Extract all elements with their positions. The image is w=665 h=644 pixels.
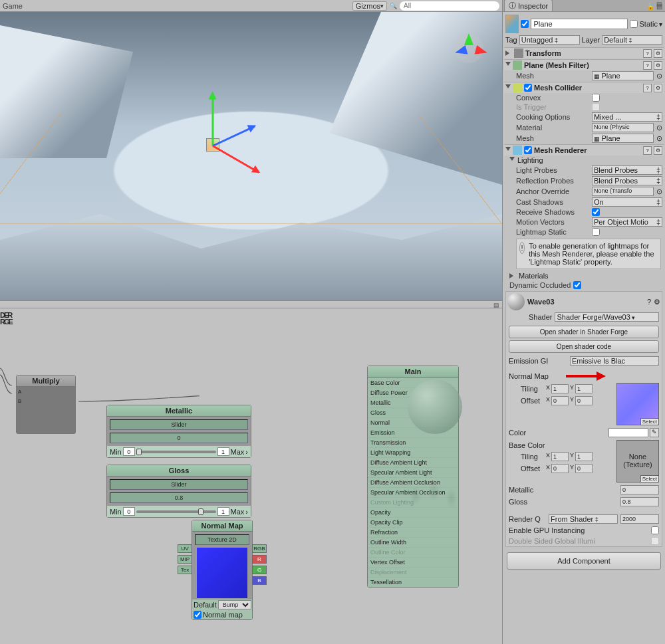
port-a[interactable]: A	[18, 389, 21, 395]
open-shader-code-button[interactable]: Open shader code	[509, 340, 659, 353]
emission-dropdown[interactable]: Emissive Is Blac	[570, 356, 659, 366]
panel-divider[interactable]: ▤	[0, 300, 502, 308]
eyedropper-icon[interactable]: ✎	[650, 428, 659, 437]
metallic-input[interactable]	[620, 485, 659, 494]
slider-track[interactable]	[136, 510, 216, 513]
phys-material-field[interactable]: None (Physic	[592, 123, 654, 132]
select-button[interactable]: Select	[640, 418, 659, 425]
material-header[interactable]: Wave03 ? ⚙	[506, 292, 662, 312]
docs-icon[interactable]: ?	[647, 298, 651, 306]
main-input-gloss[interactable]: Gloss	[368, 407, 458, 417]
gameobject-icon[interactable]	[505, 15, 519, 33]
docs-icon[interactable]: ?	[643, 146, 652, 155]
axis-y-icon[interactable]	[464, 29, 473, 45]
min-input[interactable]	[123, 447, 135, 456]
open-shader-forge-button[interactable]: Open shader in Shader Forge	[509, 326, 659, 338]
port-b[interactable]: B	[18, 398, 21, 404]
settings-icon[interactable]: ⚙	[654, 298, 660, 306]
mesh-renderer-header[interactable]: Mesh Renderer ? ⚙	[504, 145, 664, 156]
port-uv[interactable]: UV	[178, 544, 192, 553]
transform-header[interactable]: Transform ? ⚙	[504, 48, 664, 58]
nm-tiling-x[interactable]	[551, 384, 569, 393]
convex-checkbox[interactable]	[592, 94, 600, 102]
port-rgb[interactable]: RGB	[252, 544, 267, 553]
basecolor-texture[interactable]: None (Texture) Select	[616, 440, 659, 483]
main-input-base-color[interactable]: Base Color	[368, 377, 458, 387]
castshadows-dropdown[interactable]: On‡	[592, 197, 662, 207]
port-mip[interactable]: MIP	[178, 555, 192, 564]
main-input-refraction[interactable]: Refraction	[368, 527, 458, 537]
lightmap-static-checkbox[interactable]	[592, 228, 600, 236]
orientation-gizmo[interactable]	[449, 29, 489, 68]
receive-shadows-checkbox[interactable]	[592, 208, 600, 216]
renderqueue-dropdown[interactable]: From Shader ‡	[549, 514, 618, 524]
menu-icon[interactable]: ▤	[656, 1, 662, 7]
gizmo-y-axis[interactable]	[212, 93, 214, 146]
node-multiply[interactable]: Multiply A B	[16, 375, 76, 434]
reflprobes-dropdown[interactable]: Blend Probes‡	[592, 176, 662, 185]
anchor-field[interactable]: None (Transfo	[592, 187, 654, 196]
main-input-specular-ambient-occlusion[interactable]: Specular Ambient Occlusion	[368, 487, 458, 497]
shader-dropdown[interactable]: Shader Forge/Wave03 ▾	[555, 312, 659, 322]
max-input[interactable]	[217, 447, 229, 456]
port-g[interactable]: G	[252, 566, 267, 574]
active-checkbox[interactable]	[521, 20, 529, 28]
tag-dropdown[interactable]: Untagged ‡	[519, 35, 580, 45]
port-b[interactable]: B	[252, 576, 267, 585]
nm-tiling-y[interactable]	[575, 384, 593, 393]
main-input-diffuse-ambient-occlusion[interactable]: Diffuse Ambient Occlusion	[368, 477, 458, 487]
mesh-filter-header[interactable]: Plane (Mesh Filter) ? ⚙	[504, 60, 664, 70]
node-main[interactable]: Main Base ColorDiffuse PowerMetallicGlos…	[367, 366, 459, 588]
settings-icon[interactable]: ⚙	[654, 84, 662, 92]
main-input-opacity[interactable]: Opacity	[368, 507, 458, 517]
settings-icon[interactable]: ⚙	[654, 61, 662, 70]
normal-map-texture[interactable]: Select	[616, 383, 659, 425]
main-input-normal[interactable]: Normal	[368, 417, 458, 427]
default-dropdown[interactable]: Bump	[218, 600, 251, 609]
motionvectors-dropdown[interactable]: Per Object Motio‡	[592, 217, 662, 227]
lighting-foldout[interactable]: Lighting	[517, 156, 543, 164]
game-tab[interactable]: Game	[3, 2, 23, 10]
max-input[interactable]	[217, 507, 229, 516]
object-picker-icon[interactable]: ⊙	[656, 72, 662, 80]
main-input-tessellation[interactable]: Tessellation	[368, 577, 458, 587]
settings-icon[interactable]: ⚙	[654, 49, 662, 58]
normal-map-checkbox[interactable]	[194, 611, 201, 619]
mesh-collider-header[interactable]: Mesh Collider ? ⚙	[504, 82, 664, 93]
main-input-outline-width[interactable]: Outline Width	[368, 537, 458, 547]
bc-tiling-y[interactable]	[575, 452, 593, 461]
main-input-opacity-clip[interactable]: Opacity Clip	[368, 517, 458, 527]
main-input-diffuse-ambient-light[interactable]: Diffuse Ambient Light	[368, 457, 458, 467]
main-input-diffuse-power[interactable]: Diffuse Power	[368, 387, 458, 397]
add-component-button[interactable]: Add Component	[507, 552, 661, 570]
main-input-metallic[interactable]: Metallic	[368, 397, 458, 407]
inspector-tab[interactable]: ⓘ Inspector	[504, 0, 553, 11]
layer-dropdown[interactable]: Default ‡	[602, 35, 662, 45]
main-input-vertex-offset[interactable]: Vertex Offset	[368, 557, 458, 567]
node-gloss[interactable]: Gloss Slider 0.8 Min Max›	[106, 465, 251, 518]
cooking-dropdown[interactable]: Mixed ...‡	[592, 112, 662, 122]
select-button[interactable]: Select	[640, 475, 659, 483]
mesh-field[interactable]: ▦ Plane	[592, 71, 654, 80]
min-input[interactable]	[123, 507, 135, 516]
gpu-instancing-checkbox[interactable]	[651, 526, 659, 534]
static-checkbox[interactable]	[630, 20, 638, 28]
object-picker-icon[interactable]: ⊙	[656, 187, 662, 196]
slider-track[interactable]	[136, 451, 216, 453]
node-metallic[interactable]: Metallic Slider 0 Min Max›	[106, 405, 251, 458]
object-name-input[interactable]	[531, 19, 628, 29]
port-tex[interactable]: Tex	[178, 566, 192, 574]
bc-offset-y[interactable]	[575, 464, 593, 473]
docs-icon[interactable]: ?	[643, 84, 652, 92]
nm-offset-y[interactable]	[575, 396, 593, 405]
node-graph[interactable]: DERRGE Multiply A B Metallic	[0, 308, 502, 644]
bc-offset-x[interactable]	[551, 464, 569, 473]
lightprobes-dropdown[interactable]: Blend Probes‡	[592, 165, 662, 175]
main-input-specular-ambient-light[interactable]: Specular Ambient Light	[368, 467, 458, 477]
docs-icon[interactable]: ?	[643, 49, 652, 58]
gizmos-dropdown[interactable]: Gizmos ▾	[352, 1, 387, 11]
renderqueue-input[interactable]	[620, 514, 659, 524]
scene-view[interactable]	[0, 12, 502, 300]
popout-icon[interactable]: ▤	[493, 302, 499, 308]
object-picker-icon[interactable]: ⊙	[656, 124, 662, 132]
